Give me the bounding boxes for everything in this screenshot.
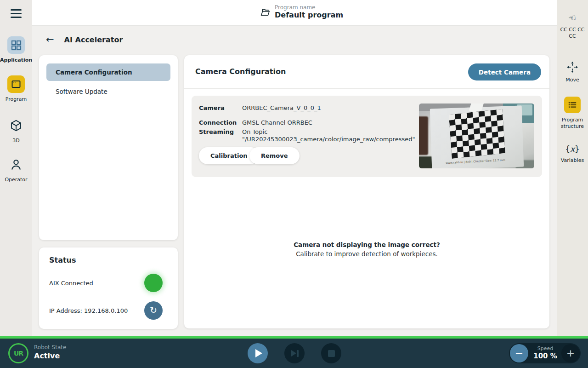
preview-background-shape <box>419 116 428 155</box>
right-sidebar: ☜ CC CC CC CC Move Program structure {x}… <box>557 0 588 339</box>
connection-field-label: Connection <box>199 119 237 126</box>
sidebar-item-label: Program structure <box>560 117 585 130</box>
remove-button[interactable]: Remove <box>249 147 300 164</box>
sidebar-item-move[interactable]: Move <box>557 61 588 83</box>
streaming-field-value-line2: "/UR20245300023_camera/color/image_raw/c… <box>242 136 415 143</box>
speed-control: − Speed 100 % + <box>509 343 581 363</box>
content-area: ← AI Accelerator Camera Configuration So… <box>32 26 557 339</box>
left-sidebar: Application Program 3D Operator <box>0 0 32 339</box>
robot-state-value: Active <box>34 351 66 360</box>
nav-item-camera-configuration[interactable]: Camera Configuration <box>46 63 170 81</box>
sidebar-item-application[interactable]: Application <box>0 36 32 63</box>
move-arrows-icon <box>566 61 578 73</box>
sidebar-item-hand-guide[interactable]: ☜ CC CC CC CC <box>557 13 588 40</box>
streaming-field-value-line1: On Topic <box>242 128 267 135</box>
speed-value: 100 % <box>530 352 560 360</box>
program-window-icon <box>7 75 25 93</box>
operator-person-icon <box>7 156 25 173</box>
sidebar-item-label: Operator <box>5 177 27 183</box>
play-icon <box>255 349 262 357</box>
sidebar-item-variables[interactable]: {x} Variables <box>557 144 588 164</box>
step-icon <box>291 350 296 356</box>
speed-label: Speed <box>530 345 560 351</box>
robot-state-widget: Robot State Active <box>34 344 66 360</box>
divider <box>184 88 549 89</box>
detect-camera-button[interactable]: Detect Camera <box>468 63 541 80</box>
sidebar-item-label: Move <box>560 77 585 83</box>
nav-item-software-update[interactable]: Software Update <box>46 83 170 100</box>
sidebar-item-label: Variables <box>560 157 585 164</box>
hint-subtitle: Calibrate to improve detection of workpi… <box>184 250 549 258</box>
ip-address-label: IP Address: 192.168.0.100 <box>49 307 128 314</box>
speed-increase-button[interactable]: + <box>561 344 580 362</box>
hand-pointer-icon: ☜ <box>567 12 577 23</box>
sidebar-item-program[interactable]: Program <box>0 75 32 102</box>
sidebar-item-label: Application <box>0 57 32 63</box>
sidebar-item-program-structure[interactable]: Program structure <box>557 97 588 130</box>
bottom-bar: UR Robot State Active − Speed 100 % + <box>0 339 588 368</box>
program-structure-list-icon <box>564 97 581 113</box>
back-arrow-icon[interactable]: ← <box>46 35 54 45</box>
hamburger-menu-icon[interactable] <box>11 9 22 18</box>
robot-state-label: Robot State <box>34 344 66 351</box>
camera-preview-image: www.calib.io | 8x9 | Checker Size: 12.7 … <box>419 104 534 168</box>
cube-3d-icon <box>7 117 25 134</box>
speed-decrease-button[interactable]: − <box>510 344 528 362</box>
connection-field-value: GMSL Channel ORRBEC <box>242 119 312 126</box>
play-button[interactable] <box>248 343 268 363</box>
program-name-value: Default program <box>275 11 343 19</box>
sidebar-item-3d[interactable]: 3D <box>0 117 32 144</box>
refresh-ip-button[interactable]: ↻ <box>144 301 163 320</box>
stop-button[interactable] <box>321 343 341 363</box>
status-panel: Status AIX Connected IP Address: 192.168… <box>39 247 178 329</box>
speed-display: Speed 100 % <box>530 345 560 360</box>
connection-status-indicator <box>144 274 163 292</box>
settings-nav-panel: Camera Configuration Software Update <box>39 55 178 240</box>
sidebar-item-label: 3D <box>12 138 19 144</box>
camera-hint: Camera not displaying the image correct?… <box>184 241 549 258</box>
camera-info-box: Camera ORRBEC_Camera_V_0_0_1 Connection … <box>192 96 542 177</box>
sidebar-item-operator[interactable]: Operator <box>0 156 32 183</box>
page-title: AI Accelerator <box>64 35 123 44</box>
variables-icon: {x} <box>565 144 580 154</box>
camera-configuration-title: Camera Configuration <box>195 67 286 76</box>
sidebar-item-label: CC CC CC CC <box>560 27 585 40</box>
program-name-widget[interactable]: Program name Default program <box>260 4 343 19</box>
camera-configuration-panel: Camera Configuration Detect Camera Camer… <box>184 55 549 328</box>
step-button[interactable] <box>284 343 305 363</box>
top-header: Program name Default program <box>32 0 557 26</box>
hint-title: Camera not displaying the image correct? <box>184 241 549 248</box>
status-title: Status <box>49 256 76 264</box>
aix-connected-label: AIX Connected <box>49 280 93 287</box>
program-name-label: Program name <box>275 4 343 11</box>
streaming-field-label: Streaming <box>199 128 234 135</box>
camera-field-value: ORRBEC_Camera_V_0_0_1 <box>242 104 321 111</box>
step-icon-bar <box>297 350 299 357</box>
camera-field-label: Camera <box>199 104 225 111</box>
stop-icon <box>328 350 335 357</box>
folder-open-icon <box>260 7 270 17</box>
plus-icon: + <box>566 348 575 358</box>
application-grid-icon <box>7 36 25 54</box>
checkerboard-pattern <box>449 109 505 159</box>
minus-icon: − <box>515 348 523 358</box>
sidebar-item-label: Program <box>6 96 27 102</box>
refresh-icon: ↻ <box>150 306 157 315</box>
ur-logo[interactable]: UR <box>8 343 28 363</box>
ur-logo-text: UR <box>14 350 23 357</box>
